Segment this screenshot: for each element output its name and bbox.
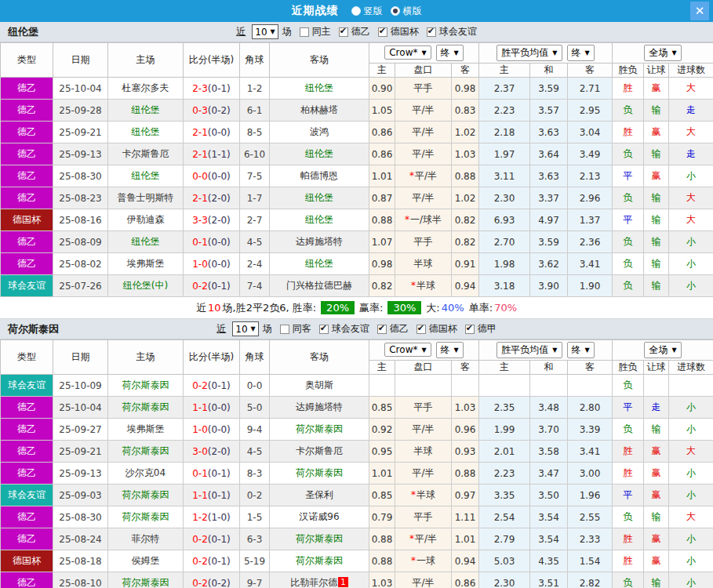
handicap-value: 半球: [414, 445, 433, 456]
table-row: 球会友谊25-10-09荷尔斯泰因0-2(0-1)0-0奥胡斯负: [1, 375, 713, 397]
horizontal-layout-radio[interactable]: [391, 6, 400, 16]
fulltime-score: 1-2: [192, 512, 208, 523]
away-team-name: 柏林赫塔: [300, 104, 338, 115]
match-date: 25-08-10: [53, 572, 108, 588]
odds-source-select[interactable]: Crow*▼: [384, 343, 431, 357]
match-count-select[interactable]: 10▼: [252, 24, 278, 39]
type-badge: 德乙: [1, 122, 53, 143]
handicap: 平/半: [395, 143, 452, 165]
avg-odds-select[interactable]: 胜平负均值▼: [497, 45, 562, 61]
games-label: 场: [282, 25, 292, 38]
avg-final-select[interactable]: 终▼: [567, 342, 595, 358]
odds-source-select[interactable]: Crow*▼: [384, 45, 431, 60]
match-count-select[interactable]: 10▼: [232, 321, 258, 336]
handicap: *半球: [395, 275, 452, 297]
titlebar: 近期战绩 竖版 横版 ✕: [0, 0, 713, 22]
handicap-value: 平/半: [415, 170, 437, 181]
away-team: 纽伦堡: [270, 143, 369, 165]
handicap: 平/半: [395, 187, 452, 209]
odds-final-select[interactable]: 终▼: [436, 45, 464, 61]
match-score: 1-1(0-0): [184, 397, 240, 419]
corner-count: 1-7: [240, 187, 270, 209]
subheader-result-handicap: 让球: [644, 64, 669, 78]
table-row: 德乙25-10-04杜塞尔多夫2-3(0-1)1-2纽伦堡0.90平手0.982…: [1, 78, 713, 100]
home-team: 纽伦堡: [108, 165, 184, 187]
away-team: 比勒菲尔德1: [270, 572, 369, 588]
fulltime-score: 0-1: [192, 468, 208, 479]
scope-select[interactable]: 全场▼: [644, 342, 681, 358]
odds-away: 0.98: [452, 78, 479, 100]
match-score: 0-1(0-1): [184, 463, 240, 485]
result-handicap: 输: [644, 231, 669, 253]
table-row: 德乙25-08-30纽伦堡0-0(0-0)7-5帕德博恩1.01*平/半0.88…: [1, 165, 713, 187]
same-venue-checkbox[interactable]: [280, 325, 289, 334]
competition-checkbox-德乙[interactable]: [339, 27, 348, 37]
avg-home: [479, 375, 530, 397]
scope-select[interactable]: 全场▼: [644, 45, 681, 61]
vertical-layout-radio[interactable]: [351, 6, 361, 16]
type-badge: 球会友谊: [1, 485, 53, 506]
type-badge: 德国杯: [1, 209, 53, 231]
match-date: 25-08-16: [53, 209, 108, 231]
competition-checkbox-德国杯[interactable]: [417, 325, 426, 334]
odds-home: 1.01: [369, 165, 395, 187]
corner-count: 4-5: [240, 231, 270, 253]
result-handicap: 输: [644, 572, 669, 588]
odds-away: 0.94: [452, 275, 479, 297]
competition-checkbox-球会友谊[interactable]: [319, 325, 329, 334]
big-rate-label: 大:: [426, 301, 439, 315]
handicap-value: 平手: [414, 511, 433, 522]
odds-final-select[interactable]: 终▼: [436, 342, 464, 358]
result-handicap: 赢: [644, 485, 669, 506]
competition-checkbox-德甲[interactable]: [465, 325, 475, 334]
vertical-layout-label[interactable]: 竖版: [364, 5, 383, 18]
red-card-badge: 1: [338, 577, 347, 587]
result-goals: 小: [669, 231, 713, 253]
header-col-date: 日期: [53, 340, 108, 375]
avg-draw: 3.62: [530, 253, 568, 275]
match-score: 0-1(0-0): [184, 231, 240, 253]
handicap-value: 半球: [417, 489, 435, 500]
avg-home: 1.98: [479, 253, 530, 275]
away-team-name: 纽伦堡: [305, 192, 333, 203]
horizontal-layout-label[interactable]: 横版: [403, 5, 422, 18]
match-date: 25-09-21: [53, 122, 108, 143]
result-handicap: 走: [644, 397, 669, 419]
avg-away: 1.96: [568, 485, 613, 506]
away-team: 柏林赫塔: [270, 100, 369, 122]
away-team-name: 帕德博恩: [300, 170, 338, 181]
away-team: 荷尔斯泰因: [270, 550, 369, 572]
same-venue-checkbox[interactable]: [300, 27, 309, 37]
header-row: 类型日期主场比分(半场)角球客场Crow*▼终▼胜平负均值▼终▼全场▼: [1, 43, 713, 64]
handicap: *平/半: [395, 165, 452, 187]
avg-home: 5.03: [479, 550, 530, 572]
avg-odds-select[interactable]: 胜平负均值▼: [497, 342, 562, 358]
result-wdl: 胜: [613, 463, 644, 485]
competition-checkbox-球会友谊[interactable]: [427, 27, 436, 37]
header-row: 类型日期主场比分(半场)角球客场Crow*▼终▼胜平负均值▼终▼全场▼: [1, 340, 713, 361]
chevron-down-icon: ▼: [251, 325, 256, 332]
handicap: [395, 375, 452, 397]
away-team-name: 波鸿: [310, 126, 329, 137]
handicap-value: 半球: [417, 280, 435, 291]
subheader-handicap: 盘口: [395, 361, 452, 375]
type-badge: 德乙: [1, 231, 53, 253]
avg-home: 2.23: [479, 463, 530, 485]
summary-near-label: 近: [196, 301, 206, 315]
result-handicap: 赢: [644, 122, 669, 143]
competition-checkbox-德国杯[interactable]: [378, 27, 387, 37]
home-team: 荷尔斯泰因: [108, 397, 184, 419]
match-date: 25-08-09: [53, 231, 108, 253]
close-button[interactable]: ✕: [690, 2, 709, 20]
result-handicap: 赢: [644, 528, 669, 550]
competition-checkbox-德乙[interactable]: [377, 325, 387, 334]
table-row: 德乙25-08-30荷尔斯泰因1-2(1-0)1-5汉诺威960.79平手1.1…: [1, 506, 713, 528]
odds-home: 0.98: [369, 253, 395, 275]
fulltime-score: 1-1: [192, 490, 208, 501]
header-col-corner: 角球: [240, 43, 270, 78]
odds-home: 0.85: [369, 485, 395, 506]
subheader-odds-away: 客: [452, 64, 479, 78]
odds-home: 0.82: [369, 275, 395, 297]
avg-final-select[interactable]: 终▼: [567, 45, 595, 61]
away-team-name: 纽伦堡: [305, 82, 333, 93]
